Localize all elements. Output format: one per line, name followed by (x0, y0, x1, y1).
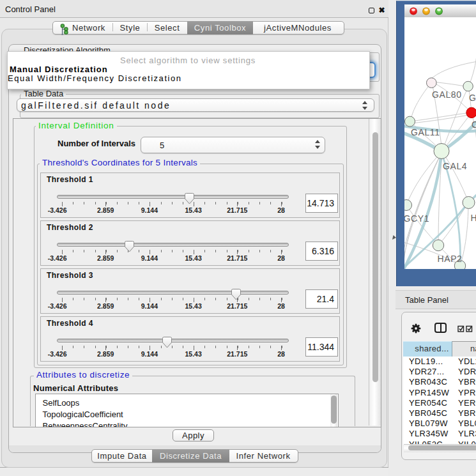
svg-text:GAL11: GAL11 (411, 127, 440, 137)
svg-text:GCY1: GCY1 (404, 213, 429, 224)
svg-text:H: H (471, 213, 476, 223)
svg-text:CA: CA (472, 119, 476, 130)
svg-text:HAP2: HAP2 (438, 254, 463, 264)
svg-text:GA: GA (469, 93, 476, 103)
svg-text:GAL4: GAL4 (443, 161, 467, 171)
svg-text:GAL80: GAL80 (432, 89, 462, 100)
